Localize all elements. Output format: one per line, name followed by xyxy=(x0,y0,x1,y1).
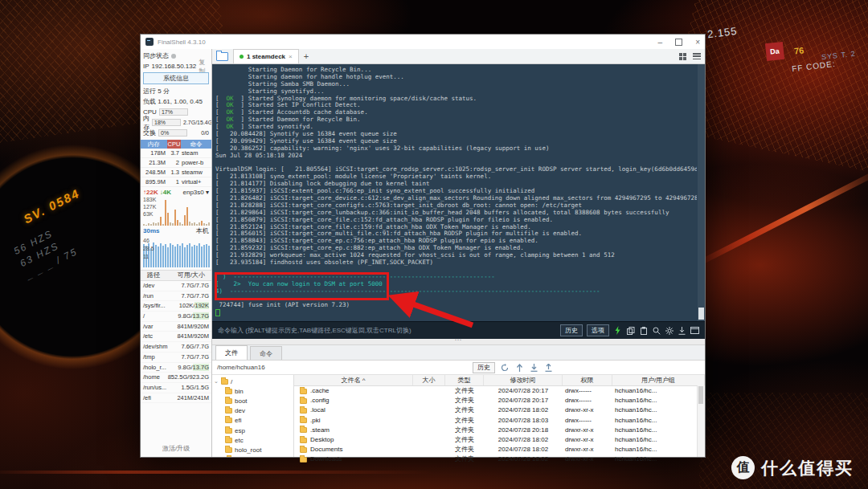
history-button[interactable]: 历史 xyxy=(560,324,583,336)
tree-item-etc[interactable]: etc xyxy=(212,435,293,445)
chart-bar xyxy=(174,247,176,267)
refresh-icon[interactable] xyxy=(500,363,510,373)
system-info-button[interactable]: 系统信息 xyxy=(143,72,209,84)
filesystem-row[interactable]: /dev7.7G/7.7G xyxy=(141,281,211,291)
gear-icon[interactable] xyxy=(665,326,674,335)
filesystem-row[interactable]: /run7.7G/7.7G xyxy=(141,291,211,302)
lightning-icon[interactable] xyxy=(613,326,622,335)
tree-item-boot[interactable]: boot xyxy=(212,396,293,405)
net-y-label: 183K xyxy=(143,197,156,203)
file-row[interactable]: Documents文件夹2024/07/28 18:02drwxr-xr-xhc… xyxy=(294,445,705,454)
options-button[interactable]: 选项 xyxy=(587,324,609,336)
filesystem-row[interactable]: /efi241M/241M xyxy=(141,393,211,404)
tab-close-icon[interactable]: × xyxy=(289,53,293,60)
terminal-line: [ 21.850879] iSCSI:target_core_file.c:15… xyxy=(215,217,697,224)
tree-item-esp[interactable]: esp xyxy=(212,426,293,435)
process-col-cpu[interactable]: CPU xyxy=(167,140,181,149)
connected-dot-icon xyxy=(240,55,244,59)
file-row[interactable]: .steam文件夹2024/07/28 20:18drwxr-xr-xhchua… xyxy=(294,426,705,435)
terminal-scrollbar[interactable] xyxy=(698,64,705,321)
upload-file-icon[interactable] xyxy=(543,363,553,373)
sync-status-dot-icon xyxy=(171,54,176,59)
col-owner[interactable]: 用户/用户组 xyxy=(612,375,705,385)
path-history-button[interactable]: 历史 xyxy=(473,362,495,373)
activate-upgrade-link[interactable]: 激活/升级 xyxy=(141,444,211,457)
tree-item-dev[interactable]: dev xyxy=(212,406,293,416)
terminal-line: [ OK ] Started Synology daemon for monit… xyxy=(215,96,697,103)
command-input-placeholder[interactable]: 命令输入 (按ALT键提示历史,TAB键路径,ESC键返回,双击CTRL切换) xyxy=(218,326,556,335)
filesystem-row[interactable]: /home852.5G/923.2G xyxy=(141,373,211,383)
chart-bar xyxy=(189,222,190,226)
file-row[interactable]: Downloads文件夹2024/07/28 18:02drwxr-xr-xhc… xyxy=(294,454,705,464)
col-size[interactable]: 大小 xyxy=(413,375,445,385)
filesystem-row[interactable]: /dev/shm7.6G/7.7G xyxy=(141,342,211,352)
terminal-output[interactable]: Starting Daemon for Recycle Bin... Start… xyxy=(212,64,705,321)
interface-select[interactable]: enp3s0 ▾ xyxy=(183,189,210,196)
folder-icon xyxy=(225,408,232,414)
filesystem-row[interactable]: /tmp7.7G/7.7G xyxy=(141,352,211,363)
col-filename[interactable]: 文件名 ^ xyxy=(294,375,413,385)
terminal-line: [ 20.099429] Synotify use 16384 event qu… xyxy=(215,138,697,145)
search-icon[interactable] xyxy=(652,326,661,335)
tree-item-home[interactable]: ⌄home xyxy=(212,455,293,458)
file-row[interactable]: .pki文件夹2024/07/28 18:03drwx------hchuan1… xyxy=(294,416,705,426)
terminal-line: Starting Samba SMB Daemon... xyxy=(215,81,697,88)
terminal-line: [ OK ] Started synotifyd. xyxy=(215,124,697,131)
tree-item-efi[interactable]: efi xyxy=(212,416,293,426)
fs-col-path[interactable]: 路径 xyxy=(147,271,160,280)
hamburger-menu-icon[interactable] xyxy=(693,53,701,59)
tree-item-root[interactable]: ⌄/ xyxy=(212,377,293,386)
tree-expand-icon[interactable]: ⌄ xyxy=(214,378,219,385)
file-list-scrollbar-thumb[interactable] xyxy=(698,386,703,404)
process-row[interactable]: 21.3M2power-b xyxy=(141,158,211,168)
file-row[interactable]: .cache文件夹2024/07/28 20:17drwx------hchua… xyxy=(294,386,705,396)
download-icon[interactable] xyxy=(678,326,686,335)
terminal-scrollbar-thumb[interactable] xyxy=(698,308,704,320)
ping-header: 30ms 本机 xyxy=(141,226,211,235)
filesystem-row[interactable]: /var841M/920M xyxy=(141,322,211,332)
minimize-button[interactable]: – xyxy=(658,38,663,47)
filesystem-row[interactable]: /sys/fir...102K/192K xyxy=(141,301,211,312)
ping-host[interactable]: 本机 xyxy=(196,226,209,235)
paste-icon[interactable] xyxy=(639,326,648,335)
filesystem-row[interactable]: /run/us...1.5G/1.5G xyxy=(141,383,211,393)
process-row[interactable]: 178M3.7steam xyxy=(141,149,211,158)
tab-files[interactable]: 文件 xyxy=(215,345,248,360)
current-path[interactable]: /home/hchuan16 xyxy=(217,364,468,371)
panel-splitter-handle[interactable]: ⋯ xyxy=(212,339,705,345)
open-folder-icon[interactable] xyxy=(216,52,228,61)
col-perms[interactable]: 权限 xyxy=(563,375,612,385)
filesystem-row[interactable]: /9.8G/13.7G xyxy=(141,312,211,322)
download-file-icon[interactable] xyxy=(529,363,538,373)
col-type[interactable]: 类型 xyxy=(445,375,484,385)
process-col-cmd[interactable]: 命令 xyxy=(181,140,211,149)
chart-bar xyxy=(160,243,162,267)
layout-grid-icon[interactable] xyxy=(679,53,686,60)
process-row[interactable]: 248.5M1.3steamw xyxy=(141,168,211,177)
new-tab-button[interactable]: + xyxy=(304,51,309,61)
close-button[interactable]: × xyxy=(695,38,700,47)
tree-item-bin[interactable]: bin xyxy=(212,386,293,396)
tab-commands[interactable]: 命令 xyxy=(250,346,282,360)
parent-directory-icon[interactable] xyxy=(514,363,524,373)
file-row[interactable]: .config文件夹2024/07/28 20:17drwx------hchu… xyxy=(294,396,705,405)
chart-bar xyxy=(179,222,181,226)
file-row[interactable]: .local文件夹2024/07/28 18:02drwxr-xr-xhchua… xyxy=(294,405,705,415)
col-modified[interactable]: 修改时间 xyxy=(484,375,563,385)
process-col-mem[interactable]: 内存 xyxy=(141,140,167,149)
title-bar[interactable]: FinalShell 4.3.10 – × xyxy=(141,35,705,49)
process-table: 内存 CPU 命令 178M3.7steam21.3M2power-b248.5… xyxy=(141,140,211,187)
process-row[interactable]: 895.9M1virtual+ xyxy=(141,177,211,187)
chart-bar xyxy=(162,224,164,226)
file-list-scrollbar[interactable] xyxy=(697,385,705,457)
tab-steamdeck[interactable]: 1 steamdeck × xyxy=(233,49,299,63)
tree-item-holo_root[interactable]: holo_root xyxy=(212,445,293,454)
file-row[interactable]: Desktop文件夹2024/07/28 18:02drwxr-xr-xhchu… xyxy=(294,435,705,445)
maximize-button[interactable] xyxy=(675,39,682,46)
filesystem-row[interactable]: /etc841M/920M xyxy=(141,332,211,342)
copy-icon[interactable] xyxy=(626,326,635,335)
window-mode-icon[interactable] xyxy=(690,326,699,335)
filesystem-row[interactable]: /holo_r...9.8G/13.7G xyxy=(141,363,211,373)
fs-col-size[interactable]: 可用/大小 xyxy=(178,271,205,280)
monitor-sidebar: 同步状态 IP 192.168.50.132 复制 系统信息 运行 5 分 负载… xyxy=(141,49,212,457)
